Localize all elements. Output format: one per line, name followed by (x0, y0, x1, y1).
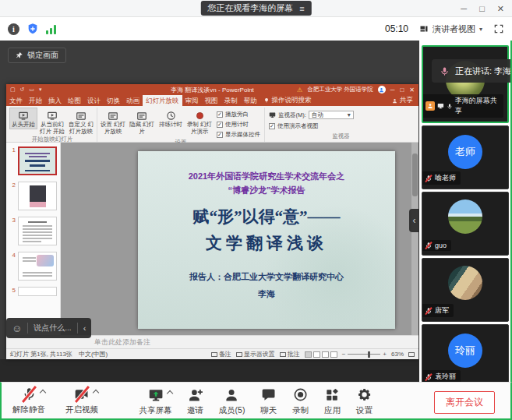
participant-name: 李海的屏幕共享 (455, 96, 499, 116)
ppt-close-button[interactable]: ✕ (409, 86, 415, 94)
fit-slide-button[interactable] (408, 352, 415, 357)
tab-record[interactable]: 录制 (221, 95, 241, 106)
video-tile-guo[interactable]: guo (422, 192, 509, 256)
settings-button[interactable]: 设置 (355, 386, 373, 416)
play-narrations-checkbox[interactable]: ✓播放旁白 (217, 111, 260, 118)
chat-bubble-icon (261, 387, 276, 402)
record-button[interactable]: 录制 (291, 386, 309, 416)
fullscreen-icon[interactable] (493, 23, 504, 34)
invite-label: 邀请 (187, 405, 203, 416)
tab-design[interactable]: 设计 (84, 95, 104, 106)
notes-toggle-button[interactable]: 备注 (211, 350, 231, 358)
reading-view-button[interactable] (322, 351, 329, 358)
watching-banner: 您正在观看李海的屏幕 ≡ (200, 1, 311, 16)
pin-icon (16, 51, 23, 59)
tab-review[interactable]: 审阅 (182, 95, 202, 106)
meeting-info-icon[interactable]: i (8, 23, 19, 35)
chat-quick-input[interactable]: 说点什么... (34, 323, 71, 334)
chat-button[interactable]: 聊天 (260, 386, 277, 416)
person-icon (392, 98, 397, 104)
video-tile-lihai[interactable]: 李海的屏幕共享 (422, 45, 509, 123)
use-timings-checkbox[interactable]: ✓使用计时 (217, 121, 260, 129)
custom-slideshow-button[interactable]: 自定义 幻灯片放映 (67, 108, 95, 136)
tab-insert[interactable]: 插入 (45, 95, 65, 106)
mic-options-chevron[interactable] (40, 390, 46, 396)
person-plus-icon (188, 387, 203, 403)
tab-slideshow[interactable]: 幻灯片放映 (143, 95, 182, 106)
video-tile-yuanlingli[interactable]: 玲丽 袁玲丽 (422, 324, 509, 382)
hide-slide-button[interactable]: 隐藏 幻灯片 (128, 108, 156, 136)
show-media-controls-checkbox[interactable]: ✓显示媒体控件 (217, 131, 260, 139)
thumbnail-slide-2[interactable]: 2 (8, 182, 58, 210)
maximize-button[interactable]: □ (479, 4, 485, 13)
comments-toggle-button[interactable]: 批注 (280, 350, 300, 358)
thumbnail-slide-5[interactable]: 5 (8, 287, 58, 296)
ppt-account-avatar[interactable] (378, 86, 386, 94)
record-slideshow-button[interactable]: 录制 幻灯片演示 (185, 108, 214, 136)
view-mode-button[interactable]: 演讲者视图 ▾ (419, 23, 482, 35)
presenter-view-checkbox[interactable]: ✓使用演示者视图 (269, 122, 354, 130)
share-options-chevron[interactable] (166, 390, 172, 397)
minimize-button[interactable]: ─ (461, 4, 467, 13)
tab-transitions[interactable]: 切换 (104, 95, 123, 106)
ppt-minimize-button[interactable]: ─ (390, 86, 395, 94)
tab-animations[interactable]: 动画 (123, 95, 143, 106)
tab-view[interactable]: 视图 (202, 95, 221, 106)
leave-meeting-button[interactable]: 离开会议 (434, 391, 495, 414)
zoom-in-button[interactable]: + (383, 351, 387, 358)
avatar-tangjun (448, 266, 482, 300)
security-shield-icon[interactable] (26, 23, 39, 35)
display-settings-button[interactable]: 显示器设置 (236, 350, 275, 358)
normal-view-button[interactable] (305, 351, 312, 358)
share-screen-button[interactable]: 共享屏幕 (139, 386, 172, 416)
thumbnail-slide-1[interactable]: 1 (8, 146, 58, 175)
slide-subtitle-line1: 2021年外国语学院研究生学术交流年会之 (138, 171, 395, 182)
tab-help[interactable]: 帮助 (241, 95, 260, 106)
monitor-select[interactable]: 自动▾ (309, 111, 354, 119)
ppt-quick-access-icons[interactable]: ▢ ↺ ▭ ▾ (10, 86, 43, 93)
slide-canvas: 2021年外国语学院研究生学术交流年会之 “博睿沙龙”学术报告 赋“形”以得“意… (61, 143, 418, 335)
unmute-button[interactable]: 解除静音 (12, 386, 45, 415)
chat-collapse-icon[interactable]: ‹ (83, 323, 87, 333)
slideshow-view-button[interactable] (330, 351, 337, 358)
monitor-label: 监视器(M): (278, 111, 306, 119)
lock-view-label: 锁定画面 (27, 50, 58, 61)
thumbnail-slide-4[interactable]: 4 (8, 252, 58, 281)
notes-icon (211, 352, 217, 357)
video-options-chevron[interactable] (93, 390, 99, 396)
video-tile-tangjun[interactable]: 唐军 (422, 258, 509, 322)
emoji-icon[interactable]: ☺ (12, 323, 22, 334)
banner-menu-icon[interactable]: ≡ (299, 4, 304, 13)
canvas-scrollbar[interactable] (411, 143, 418, 335)
invite-button[interactable]: 邀请 (187, 386, 204, 416)
sorter-view-button[interactable] (313, 351, 320, 358)
slide-counter: 幻灯片 第1张, 共113张 (10, 350, 72, 358)
tell-me-search[interactable]: 操作说明搜索 (260, 95, 315, 106)
zoom-percentage[interactable]: 63% (391, 351, 404, 358)
setup-slideshow-button[interactable]: 设置 幻灯片放映 (99, 108, 127, 136)
ppt-share-button[interactable]: 共享 (387, 95, 418, 106)
apps-button[interactable]: 应用 (323, 386, 341, 416)
from-current-slide-button[interactable]: 从当前幻灯片 开始 (38, 108, 66, 136)
zoom-slider[interactable] (348, 354, 380, 355)
tab-draw[interactable]: 绘图 (65, 95, 84, 106)
tab-file[interactable]: 文件 (6, 95, 26, 106)
rehearse-timings-button[interactable]: 排练计时 (157, 108, 185, 129)
start-video-button[interactable]: 开启视频 (65, 386, 98, 415)
language-indicator[interactable]: 中文(中国) (79, 350, 108, 358)
settings-label: 设置 (356, 405, 373, 416)
slide-icon (136, 111, 147, 122)
lock-view-button[interactable]: 锁定画面 (8, 48, 66, 63)
sidebar-collapse-handle[interactable]: ‹ (409, 209, 419, 232)
from-beginning-button[interactable]: 从头开始 (9, 108, 37, 129)
tab-home[interactable]: 开始 (26, 95, 45, 106)
video-tile-yulaoshi[interactable]: 老师 喻老师 (422, 125, 509, 189)
close-button[interactable]: ✕ (497, 4, 504, 14)
zoom-out-button[interactable]: − (342, 351, 346, 358)
ppt-maximize-button[interactable]: □ (400, 86, 404, 94)
muted-mic-icon (425, 373, 433, 381)
watching-banner-text: 您正在观看李海的屏幕 (207, 2, 293, 14)
thumbnail-slide-3[interactable]: 3 (8, 217, 58, 245)
participant-name: 唐军 (435, 305, 449, 316)
members-button[interactable]: 成员(5) (219, 386, 245, 416)
